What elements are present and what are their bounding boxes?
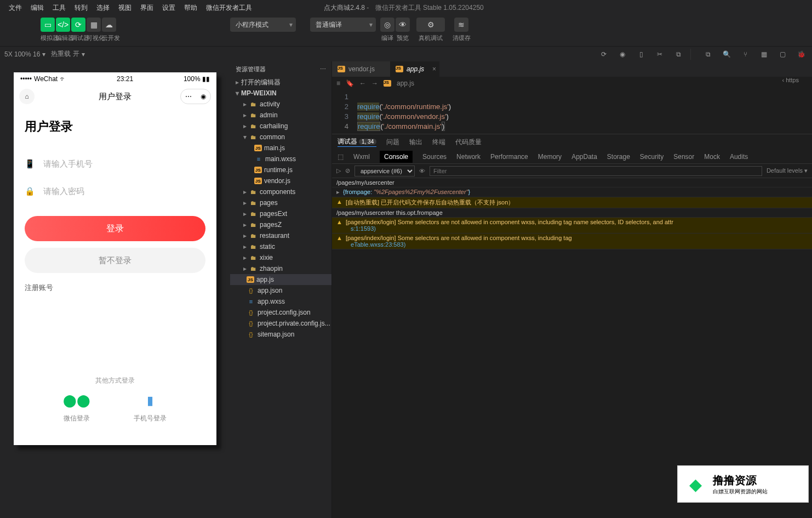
folder-restaurant[interactable]: ▸🖿restaurant	[230, 230, 331, 241]
folder-pagesext[interactable]: ▸🖿pagesExt	[230, 208, 331, 219]
code-editor[interactable]: 1 2require('./common/runtime.js') 3requi…	[332, 90, 812, 134]
console-clear-icon[interactable]: ⊘	[345, 167, 350, 174]
devtab-audits[interactable]: Audits	[730, 153, 748, 161]
devtab-inspect-icon[interactable]: ⬚	[338, 153, 344, 161]
simulator-button[interactable]: ▭	[41, 18, 55, 32]
devtab-console[interactable]: Console	[380, 151, 413, 163]
menu-select[interactable]: 选择	[92, 3, 114, 13]
phone-input[interactable]: 📱请输入手机号	[25, 150, 205, 178]
devtab-sources[interactable]: Sources	[422, 153, 447, 161]
devtab-storage[interactable]: Storage	[607, 153, 630, 161]
file-app-json[interactable]: {}app.json	[230, 285, 331, 296]
folder-xixie[interactable]: ▸🖿xixie	[230, 252, 331, 263]
copy-icon[interactable]: ⧉	[701, 48, 714, 61]
zoom-select[interactable]: 5X 100% 16 ▾	[4, 50, 45, 58]
panel-tab-quality[interactable]: 代码质量	[455, 138, 482, 147]
register-link[interactable]: 注册账号	[25, 283, 205, 293]
breadcrumb-path[interactable]: app.js	[397, 79, 414, 87]
folder-pagesz[interactable]: ▸🖿pagesZ	[230, 219, 331, 230]
folder-pages[interactable]: ▸🖿pages	[230, 197, 331, 208]
reload-select[interactable]: 热重载 开 ▾	[51, 49, 84, 59]
cut-icon[interactable]: ✂	[653, 48, 666, 61]
root-folder[interactable]: ▾MP-WEIXIN	[230, 88, 331, 99]
tab-vendor[interactable]: JSvendor.js	[332, 61, 390, 77]
expand-icon[interactable]: ▸	[336, 189, 340, 196]
console-play-icon[interactable]: ▷	[336, 167, 341, 174]
console-link[interactable]: s:1:1593)	[351, 225, 376, 232]
phone-login[interactable]: ▮手机号登录	[134, 393, 167, 423]
capsule[interactable]: ⋯◉	[180, 89, 211, 104]
folder-common[interactable]: ▾🖿common	[230, 132, 331, 143]
file-runtime-js[interactable]: JSruntime.js	[230, 164, 331, 175]
menu-help[interactable]: 帮助	[180, 3, 202, 13]
panel-tab-output[interactable]: 输出	[409, 138, 422, 147]
console-link[interactable]: eTable.wxss:23:583)	[351, 241, 405, 248]
file-main-js[interactable]: JSmain.js	[230, 143, 331, 153]
remote-debug-button[interactable]: ⚙	[416, 18, 445, 32]
device-icon[interactable]: ▯	[634, 48, 648, 61]
devtab-appdata[interactable]: AppData	[571, 153, 597, 161]
open-editors[interactable]: ▸打开的编辑器	[230, 77, 331, 88]
login-button[interactable]: 登录	[25, 216, 205, 241]
context-select[interactable]: appservice (#6)	[354, 166, 415, 177]
outline-link[interactable]: ‹ https	[782, 77, 799, 83]
menu-devtools[interactable]: 微信开发者工具	[202, 3, 256, 13]
close-tab-icon[interactable]: ×	[432, 65, 436, 73]
file-app-js[interactable]: JSapp.js	[230, 274, 331, 285]
breadcrumb-back-icon[interactable]: ←	[359, 79, 366, 87]
folder-admin[interactable]: ▸🖿admin	[230, 110, 331, 121]
levels-select[interactable]: Default levels ▾	[767, 167, 808, 174]
file-app-wxss[interactable]: ≡app.wxss	[230, 296, 331, 307]
menu-edit[interactable]: 编辑	[26, 3, 48, 13]
console-eye-icon[interactable]: 👁	[419, 168, 425, 174]
console-output[interactable]: /pages/my/usercenter ▸{frompage: "%2Fpag…	[332, 178, 812, 286]
folder-zhaopin[interactable]: ▸🖿zhaopin	[230, 263, 331, 274]
search-icon[interactable]: 🔍	[720, 48, 733, 61]
menu-tools[interactable]: 工具	[48, 3, 70, 13]
breadcrumb-menu-icon[interactable]: ≡	[336, 79, 340, 87]
devtab-memory[interactable]: Memory	[538, 153, 562, 161]
debugger-button[interactable]: ⟳	[71, 18, 85, 32]
editor-button[interactable]: </>	[56, 18, 70, 32]
password-input[interactable]: 🔒请输入密码	[25, 178, 205, 205]
cloud-button[interactable]: ☁	[102, 18, 116, 32]
record-icon[interactable]: ◉	[616, 48, 629, 61]
visual-button[interactable]: ▦	[87, 18, 101, 32]
breadcrumb-fwd-icon[interactable]: →	[371, 79, 378, 87]
devtab-sensor[interactable]: Sensor	[673, 153, 694, 161]
menu-settings[interactable]: 设置	[158, 3, 180, 13]
cache-button[interactable]: ≋	[454, 18, 468, 32]
panel-tab-terminal[interactable]: 终端	[432, 138, 445, 147]
devtab-wxml[interactable]: Wxml	[353, 153, 370, 161]
filter-input[interactable]	[430, 166, 762, 176]
compile-button[interactable]: ◎	[380, 18, 394, 32]
refresh-icon[interactable]: ⟳	[597, 48, 610, 61]
capsule-menu-icon[interactable]: ⋯	[181, 89, 196, 104]
mode-dropdown[interactable]: 小程序模式	[230, 18, 296, 32]
explorer-more-icon[interactable]: ⋯	[320, 66, 326, 73]
back-button[interactable]: ⌂	[19, 89, 35, 104]
devtab-mock[interactable]: Mock	[704, 153, 720, 161]
devtab-security[interactable]: Security	[640, 153, 664, 161]
folder-components[interactable]: ▸🖿components	[230, 186, 331, 197]
compile-dropdown[interactable]: 普通编译	[310, 18, 376, 32]
file-project-private[interactable]: {}project.private.config.js...	[230, 318, 331, 329]
devtab-network[interactable]: Network	[456, 153, 481, 161]
menu-file[interactable]: 文件	[4, 3, 26, 13]
file-vendor-js[interactable]: JSvendor.js	[230, 175, 331, 186]
menu-goto[interactable]: 转到	[70, 3, 92, 13]
folder-static[interactable]: ▸🖿static	[230, 241, 331, 252]
menu-view[interactable]: 视图	[114, 3, 136, 13]
menu-interface[interactable]: 界面	[136, 3, 158, 13]
folder-activity[interactable]: ▸🖿activity	[230, 99, 331, 110]
panel-tab-problems[interactable]: 问题	[386, 138, 399, 147]
breadcrumb-bookmark-icon[interactable]: 🔖	[346, 79, 354, 87]
preview-button[interactable]: 👁	[396, 18, 410, 32]
wechat-login[interactable]: ⬤⬤微信登录	[64, 393, 90, 423]
panel-tab-debugger[interactable]: 调试器1, 34	[338, 137, 376, 147]
bug-icon[interactable]: 🐞	[794, 48, 808, 61]
capsule-close-icon[interactable]: ◉	[196, 89, 210, 104]
box-icon[interactable]: ▢	[776, 48, 789, 61]
file-sitemap[interactable]: {}sitemap.json	[230, 329, 331, 340]
tab-app[interactable]: JSapp.js×	[390, 61, 439, 77]
